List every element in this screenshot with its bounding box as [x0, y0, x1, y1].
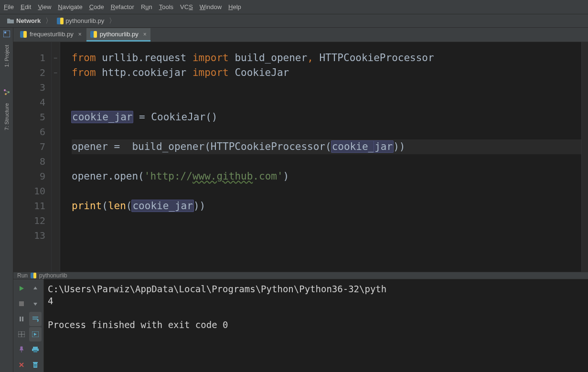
svg-rect-20 [33, 347, 38, 349]
breadcrumb-file[interactable]: pythonurlib.py [55, 17, 106, 24]
code-line[interactable]: cookie_jar = CookieJar() [72, 110, 581, 125]
fold-marker[interactable] [52, 125, 60, 139]
fold-marker[interactable] [52, 139, 60, 154]
run-panel-body: C:\Users\Parwiz\AppData\Local\Programs\P… [13, 279, 588, 372]
code-line[interactable] [72, 125, 581, 139]
trash-button[interactable] [29, 358, 42, 372]
menu-window[interactable]: Window [200, 3, 222, 11]
menu-code[interactable]: Code [89, 3, 104, 11]
fold-marker[interactable]: − [52, 65, 60, 80]
svg-rect-8 [23, 31, 27, 38]
svg-rect-10 [94, 31, 97, 38]
project-tool-tab[interactable]: 1: Project [3, 40, 11, 72]
menu-navigate[interactable]: Navigate [58, 3, 82, 11]
code-line[interactable]: from http.cookiejar import CookieJar [72, 65, 581, 80]
editor-tabs: frequesturllib.py × pythonurlib.py × [13, 28, 588, 42]
stop-button[interactable] [15, 297, 28, 311]
python-file-icon [31, 273, 36, 278]
line-number: 5 [13, 110, 45, 125]
pin-tab-button[interactable] [15, 342, 28, 357]
line-number: 3 [13, 80, 45, 95]
line-number: 1 [13, 51, 45, 65]
console-output[interactable]: C:\Users\Parwiz\AppData\Local\Programs\P… [44, 279, 588, 372]
run-panel-header[interactable]: Run pythonurlib [13, 272, 588, 279]
code-line[interactable] [72, 95, 581, 110]
menu-refactor[interactable]: Refactor [111, 3, 134, 11]
line-number: 10 [13, 184, 45, 199]
code-line[interactable] [72, 80, 581, 95]
fold-marker[interactable] [52, 154, 60, 169]
code-editor[interactable]: 12345678910111213 −− from urllib.request… [13, 42, 588, 272]
svg-rect-15 [22, 317, 23, 321]
svg-rect-14 [20, 317, 21, 321]
close-icon[interactable]: × [76, 31, 82, 38]
svg-rect-24 [33, 362, 38, 363]
down-stack-button[interactable] [29, 297, 42, 311]
menu-run[interactable]: Run [141, 3, 152, 11]
editor-tab-label: pythonurlib.py [100, 31, 139, 38]
soft-wrap-button[interactable] [29, 312, 42, 326]
editor-tab[interactable]: frequesturllib.py × [16, 28, 86, 42]
breadcrumb-project[interactable]: Network [5, 17, 43, 24]
run-panel-title: Run [17, 272, 28, 279]
menu-help[interactable]: Help [228, 3, 241, 11]
editor-scrollbar[interactable] [581, 42, 588, 272]
fold-marker[interactable] [52, 110, 60, 125]
menu-file[interactable]: File [4, 3, 14, 11]
code-line[interactable] [72, 184, 581, 199]
project-tool-icon[interactable] [2, 30, 11, 38]
navigation-bar: Network 〉 pythonurlib.py 〉 [0, 14, 588, 28]
line-number: 12 [13, 213, 45, 228]
code-line[interactable]: opener.open('http://www.github.com') [72, 169, 581, 184]
editor-tab-label: frequesturllib.py [30, 31, 74, 38]
fold-column[interactable]: −− [52, 42, 60, 272]
run-toolbar [13, 279, 44, 372]
fold-marker[interactable] [52, 80, 60, 95]
python-file-icon [90, 31, 97, 38]
fold-marker[interactable] [52, 199, 60, 213]
menu-bar: File Edit View Navigate Code Refactor Ru… [0, 0, 588, 14]
svg-rect-3 [4, 32, 6, 33]
layout-button[interactable] [15, 327, 28, 341]
code-line[interactable] [72, 213, 581, 228]
menu-vcs[interactable]: VCS [180, 3, 193, 11]
fold-marker[interactable] [52, 213, 60, 228]
line-number: 4 [13, 95, 45, 110]
menu-tools[interactable]: Tools [159, 3, 173, 11]
folder-icon [7, 18, 14, 24]
scroll-to-end-button[interactable] [29, 327, 42, 341]
rerun-button[interactable] [15, 281, 28, 296]
fold-marker[interactable] [52, 228, 60, 243]
close-icon[interactable]: × [141, 31, 147, 38]
python-file-icon [20, 31, 27, 38]
line-number: 13 [13, 228, 45, 243]
up-stack-button[interactable] [29, 281, 42, 296]
code-line[interactable]: print(len(cookie_jar)) [72, 199, 581, 213]
menu-edit[interactable]: Edit [21, 3, 31, 11]
svg-rect-1 [60, 18, 64, 24]
breadcrumb-file-label: pythonurlib.py [65, 17, 104, 24]
fold-marker[interactable] [52, 184, 60, 199]
code-line[interactable]: from urllib.request import build_opener,… [72, 51, 581, 65]
center-area: frequesturllib.py × pythonurlib.py × 123… [13, 28, 588, 372]
structure-tool-tab[interactable]: 7: Structure [3, 98, 11, 135]
close-button[interactable] [15, 358, 28, 372]
fold-marker[interactable] [52, 169, 60, 184]
line-number: 2 [13, 65, 45, 80]
line-number: 11 [13, 199, 45, 213]
editor-tab[interactable]: pythonurlib.py × [86, 28, 150, 42]
menu-view[interactable]: View [38, 3, 51, 11]
run-config-name: pythonurlib [39, 272, 67, 279]
line-number-gutter: 12345678910111213 [13, 42, 52, 272]
code-line[interactable] [72, 154, 581, 169]
pause-button[interactable] [15, 312, 28, 326]
code-line[interactable]: opener = build_opener(HTTPCookieProcesso… [72, 139, 581, 154]
code-line[interactable] [72, 228, 581, 243]
fold-marker[interactable] [52, 95, 60, 110]
fold-marker[interactable]: − [52, 51, 60, 65]
line-number: 7 [13, 139, 45, 154]
line-number: 6 [13, 125, 45, 139]
print-button[interactable] [29, 342, 42, 357]
code-area[interactable]: from urllib.request import build_opener,… [60, 42, 581, 272]
structure-tool-icon[interactable] [2, 88, 11, 96]
